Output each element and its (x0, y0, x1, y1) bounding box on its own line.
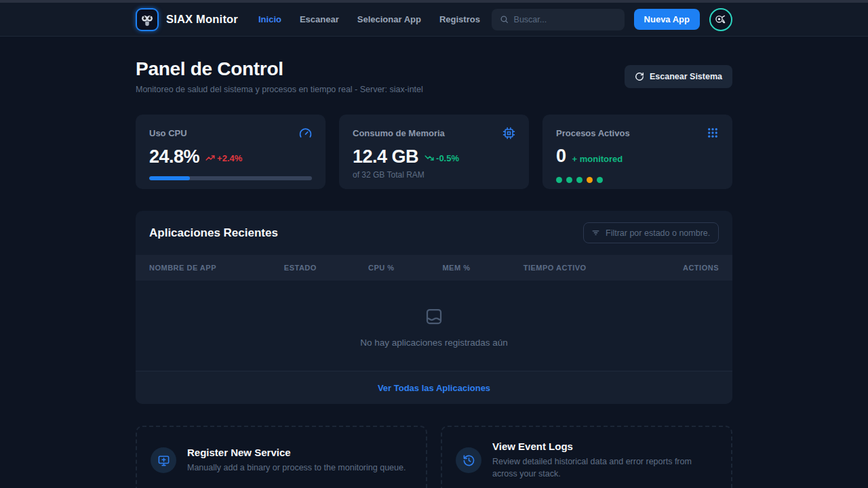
view-event-logs-card[interactable]: View Event Logs Review detailed historic… (441, 426, 732, 488)
empty-state: No hay aplicaciones registradas aún (136, 281, 732, 371)
page-subtitle: Monitoreo de salud del sistema y proceso… (136, 85, 423, 94)
quick-actions-row: Register New Service Manually add a bina… (136, 426, 732, 488)
search-box[interactable] (492, 9, 625, 30)
column-cpu: CPU % (368, 264, 442, 272)
nav-item-inicio[interactable]: Inicio (258, 14, 281, 24)
recent-apps-title: Aplicaciones Recientes (149, 226, 278, 240)
memory-usage-card: Consumo de Memoria 12.4 GB (339, 115, 529, 189)
column-mem: MEM % (442, 264, 523, 272)
memory-trend: -0.5% (425, 153, 459, 163)
process-dot (556, 177, 562, 183)
inbox-icon (424, 306, 444, 327)
siax-owl-logo-icon (136, 8, 159, 31)
empty-state-message: No hay aplicaciones registradas aún (136, 338, 732, 348)
process-dot (576, 177, 583, 183)
grid-dots-icon (707, 127, 719, 139)
recent-apps-panel: Aplicaciones Recientes NOMBRE DE APP EST… (136, 211, 732, 404)
active-processes-card: Procesos Activos 0 + monitored (542, 115, 732, 189)
nav-item-selecionar-app[interactable]: Selecionar App (357, 14, 421, 24)
cpu-progress-bar (149, 176, 312, 180)
cpu-card-label: Uso CPU (149, 128, 187, 138)
column-nombre-de-app: NOMBRE DE APP (149, 264, 284, 272)
trending-up-icon (205, 153, 215, 163)
filter-input[interactable] (606, 228, 711, 238)
gauge-icon (299, 127, 312, 140)
view-all-apps-link[interactable]: Ver Todas las Aplicaciones (378, 383, 490, 393)
register-service-card[interactable]: Register New Service Manually add a bina… (136, 426, 427, 488)
monitor-plus-icon (151, 447, 176, 473)
cpu-trend: +2.4% (205, 153, 242, 163)
page-title: Panel de Control (136, 58, 423, 80)
register-service-description: Manually add a binary or process to the … (187, 462, 406, 474)
main-nav: Inicio Escanear Selecionar App Registros (258, 14, 480, 24)
history-clock-icon (456, 447, 481, 473)
cpu-chip-icon (502, 127, 515, 140)
processes-value: 0 (556, 146, 566, 167)
memory-value: 12.4 GB (353, 146, 418, 167)
cpu-usage-card: Uso CPU 24.8% +2.4% (136, 115, 326, 189)
nav-item-escanear[interactable]: Escanear (300, 14, 339, 24)
processes-card-label: Procesos Activos (556, 128, 630, 138)
cpu-progress-fill (149, 176, 190, 180)
trending-down-icon (425, 153, 434, 163)
memory-total-label: of 32 GB Total RAM (353, 170, 515, 180)
process-dot (566, 177, 572, 183)
memory-card-label: Consumo de Memoria (353, 128, 445, 138)
column-estado: ESTADO (284, 264, 368, 272)
brand-title: SIAX Monitor (166, 13, 238, 26)
filter-icon (591, 228, 600, 237)
register-service-title: Register New Service (187, 447, 406, 458)
search-input[interactable] (514, 15, 616, 24)
process-dot (597, 177, 603, 183)
nav-item-registros[interactable]: Registros (439, 14, 480, 24)
filter-box[interactable] (583, 222, 719, 243)
process-dot (587, 177, 593, 183)
cpu-value: 24.8% (149, 146, 199, 167)
top-navbar: SIAX Monitor Inicio Escanear Selecionar … (0, 3, 868, 37)
processes-trend: + monitored (572, 154, 623, 164)
scan-system-button[interactable]: Escanear Sistema (625, 65, 732, 88)
process-status-dots (556, 177, 719, 183)
column-actions: ACTIONS (652, 264, 719, 272)
refresh-icon (635, 72, 644, 81)
search-icon (500, 15, 509, 24)
new-app-button[interactable]: Nueva App (634, 9, 700, 30)
user-avatar[interactable] (709, 8, 732, 31)
view-event-logs-description: Review detailed historical data and erro… (492, 455, 717, 480)
stats-row: Uso CPU 24.8% +2.4% (136, 115, 732, 189)
column-tiempo-activo: TIEMPO ACTIVO (524, 264, 652, 272)
table-footer: Ver Todas las Aplicaciones (136, 371, 732, 404)
view-event-logs-title: View Event Logs (492, 441, 717, 452)
table-column-headers: NOMBRE DE APP ESTADO CPU % MEM % TIEMPO … (136, 255, 732, 281)
